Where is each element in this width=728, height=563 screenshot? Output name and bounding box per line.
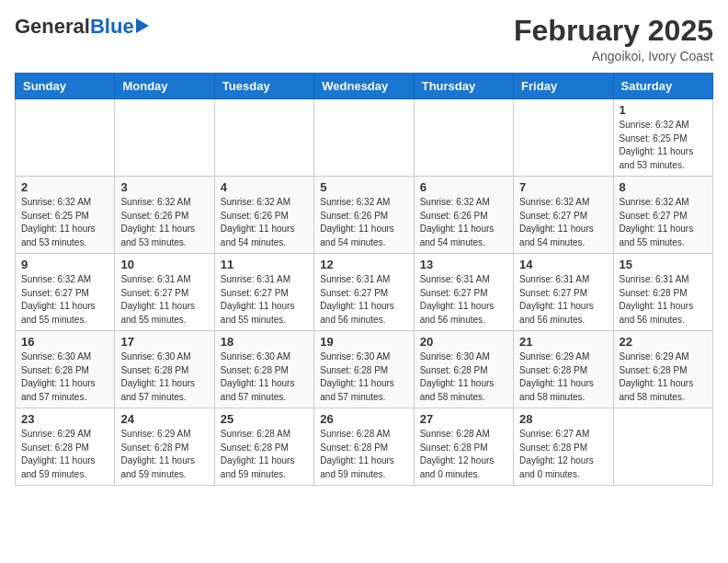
week-row-4: 23Sunrise: 6:29 AM Sunset: 6:28 PM Dayli… <box>16 408 713 486</box>
day-number: 16 <box>21 335 108 349</box>
calendar-cell <box>613 408 712 486</box>
day-number: 3 <box>120 180 208 194</box>
calendar-cell: 23Sunrise: 6:29 AM Sunset: 6:28 PM Dayli… <box>16 408 115 486</box>
calendar-cell: 26Sunrise: 6:28 AM Sunset: 6:28 PM Dayli… <box>314 408 414 486</box>
day-number: 12 <box>320 258 407 271</box>
weekday-header-thursday: Thursday <box>414 74 513 99</box>
day-info-text: Sunrise: 6:27 AM Sunset: 6:28 PM Dayligh… <box>519 428 607 481</box>
day-number: 25 <box>221 412 308 426</box>
day-info-text: Sunrise: 6:32 AM Sunset: 6:27 PM Dayligh… <box>620 196 707 249</box>
day-info-text: Sunrise: 6:31 AM Sunset: 6:27 PM Dayligh… <box>420 273 507 327</box>
calendar-cell: 2Sunrise: 6:32 AM Sunset: 6:25 PM Daylig… <box>16 177 115 254</box>
title-block: February 2025 Angoikoi, Ivory Coast <box>514 15 713 63</box>
day-number: 1 <box>620 103 707 117</box>
day-info-text: Sunrise: 6:31 AM Sunset: 6:27 PM Dayligh… <box>120 273 208 327</box>
day-info-text: Sunrise: 6:30 AM Sunset: 6:28 PM Dayligh… <box>221 350 308 404</box>
location-label: Angoikoi, Ivory Coast <box>514 49 713 63</box>
calendar-cell <box>314 99 414 177</box>
logo-arrow-icon <box>136 18 149 33</box>
logo-blue-text: Blue <box>90 15 134 39</box>
calendar-cell: 16Sunrise: 6:30 AM Sunset: 6:28 PM Dayli… <box>16 331 115 408</box>
day-info-text: Sunrise: 6:29 AM Sunset: 6:28 PM Dayligh… <box>620 350 707 404</box>
calendar-cell: 6Sunrise: 6:32 AM Sunset: 6:26 PM Daylig… <box>414 177 513 254</box>
day-number: 23 <box>21 412 108 426</box>
day-info-text: Sunrise: 6:30 AM Sunset: 6:28 PM Dayligh… <box>21 350 108 404</box>
day-info-text: Sunrise: 6:32 AM Sunset: 6:25 PM Dayligh… <box>21 196 108 249</box>
week-row-2: 9Sunrise: 6:32 AM Sunset: 6:27 PM Daylig… <box>16 254 713 331</box>
day-number: 13 <box>420 258 507 271</box>
calendar-cell <box>16 99 115 177</box>
day-number: 10 <box>120 258 208 271</box>
calendar-cell: 17Sunrise: 6:30 AM Sunset: 6:28 PM Dayli… <box>115 331 214 408</box>
day-number: 8 <box>620 180 707 194</box>
day-info-text: Sunrise: 6:32 AM Sunset: 6:26 PM Dayligh… <box>320 196 407 249</box>
calendar-cell: 25Sunrise: 6:28 AM Sunset: 6:28 PM Dayli… <box>214 408 313 486</box>
calendar-cell: 13Sunrise: 6:31 AM Sunset: 6:27 PM Dayli… <box>414 254 513 331</box>
calendar-cell: 14Sunrise: 6:31 AM Sunset: 6:27 PM Dayli… <box>514 254 613 331</box>
day-info-text: Sunrise: 6:32 AM Sunset: 6:26 PM Dayligh… <box>221 196 308 249</box>
calendar-cell: 27Sunrise: 6:28 AM Sunset: 6:28 PM Dayli… <box>414 408 513 486</box>
calendar-cell: 9Sunrise: 6:32 AM Sunset: 6:27 PM Daylig… <box>16 254 115 331</box>
day-number: 4 <box>221 180 308 194</box>
calendar-cell: 28Sunrise: 6:27 AM Sunset: 6:28 PM Dayli… <box>514 408 613 486</box>
calendar-cell: 10Sunrise: 6:31 AM Sunset: 6:27 PM Dayli… <box>115 254 214 331</box>
day-info-text: Sunrise: 6:32 AM Sunset: 6:27 PM Dayligh… <box>21 273 108 327</box>
weekday-header-sunday: Sunday <box>16 74 115 99</box>
week-row-0: 1Sunrise: 6:32 AM Sunset: 6:25 PM Daylig… <box>16 99 713 177</box>
day-info-text: Sunrise: 6:29 AM Sunset: 6:28 PM Dayligh… <box>21 428 108 481</box>
day-info-text: Sunrise: 6:32 AM Sunset: 6:26 PM Dayligh… <box>420 196 507 249</box>
week-row-3: 16Sunrise: 6:30 AM Sunset: 6:28 PM Dayli… <box>16 331 713 408</box>
calendar-cell: 20Sunrise: 6:30 AM Sunset: 6:28 PM Dayli… <box>414 331 513 408</box>
weekday-header-wednesday: Wednesday <box>314 74 414 99</box>
calendar-cell: 11Sunrise: 6:31 AM Sunset: 6:27 PM Dayli… <box>214 254 313 331</box>
day-number: 19 <box>320 335 407 349</box>
calendar-cell: 15Sunrise: 6:31 AM Sunset: 6:28 PM Dayli… <box>613 254 712 331</box>
day-number: 20 <box>420 335 507 349</box>
day-number: 28 <box>519 412 607 426</box>
calendar-cell: 3Sunrise: 6:32 AM Sunset: 6:26 PM Daylig… <box>115 177 214 254</box>
day-info-text: Sunrise: 6:28 AM Sunset: 6:28 PM Dayligh… <box>221 428 308 481</box>
logo: General Blue <box>15 15 149 39</box>
weekday-header-saturday: Saturday <box>613 74 712 99</box>
day-info-text: Sunrise: 6:30 AM Sunset: 6:28 PM Dayligh… <box>320 350 407 404</box>
calendar-cell <box>514 99 613 177</box>
day-info-text: Sunrise: 6:31 AM Sunset: 6:27 PM Dayligh… <box>519 273 607 327</box>
day-number: 9 <box>21 258 108 271</box>
day-info-text: Sunrise: 6:30 AM Sunset: 6:28 PM Dayligh… <box>420 350 507 404</box>
day-info-text: Sunrise: 6:29 AM Sunset: 6:28 PM Dayligh… <box>519 350 607 404</box>
month-title: February 2025 <box>514 15 713 47</box>
weekday-header-monday: Monday <box>115 74 214 99</box>
calendar-cell <box>414 99 513 177</box>
logo-general-text: General <box>15 15 90 39</box>
calendar-cell: 22Sunrise: 6:29 AM Sunset: 6:28 PM Dayli… <box>613 331 712 408</box>
calendar-cell <box>214 99 313 177</box>
weekday-header-friday: Friday <box>514 74 613 99</box>
calendar-cell <box>115 99 214 177</box>
day-info-text: Sunrise: 6:32 AM Sunset: 6:27 PM Dayligh… <box>519 196 607 249</box>
calendar-cell: 4Sunrise: 6:32 AM Sunset: 6:26 PM Daylig… <box>214 177 313 254</box>
calendar-cell: 12Sunrise: 6:31 AM Sunset: 6:27 PM Dayli… <box>314 254 414 331</box>
day-info-text: Sunrise: 6:31 AM Sunset: 6:27 PM Dayligh… <box>221 273 308 327</box>
calendar-cell: 7Sunrise: 6:32 AM Sunset: 6:27 PM Daylig… <box>514 177 613 254</box>
calendar-cell: 21Sunrise: 6:29 AM Sunset: 6:28 PM Dayli… <box>514 331 613 408</box>
day-number: 27 <box>420 412 507 426</box>
calendar-cell: 18Sunrise: 6:30 AM Sunset: 6:28 PM Dayli… <box>214 331 313 408</box>
day-number: 17 <box>120 335 208 349</box>
day-info-text: Sunrise: 6:32 AM Sunset: 6:26 PM Dayligh… <box>120 196 208 249</box>
day-number: 24 <box>120 412 208 426</box>
day-number: 15 <box>620 258 707 271</box>
calendar-cell: 5Sunrise: 6:32 AM Sunset: 6:26 PM Daylig… <box>314 177 414 254</box>
day-number: 7 <box>519 180 607 194</box>
calendar-cell: 24Sunrise: 6:29 AM Sunset: 6:28 PM Dayli… <box>115 408 214 486</box>
day-info-text: Sunrise: 6:31 AM Sunset: 6:27 PM Dayligh… <box>320 273 407 327</box>
day-number: 21 <box>519 335 607 349</box>
day-number: 5 <box>320 180 407 194</box>
day-number: 22 <box>620 335 707 349</box>
day-info-text: Sunrise: 6:29 AM Sunset: 6:28 PM Dayligh… <box>120 428 208 481</box>
week-row-1: 2Sunrise: 6:32 AM Sunset: 6:25 PM Daylig… <box>16 177 713 254</box>
day-info-text: Sunrise: 6:32 AM Sunset: 6:25 PM Dayligh… <box>620 119 707 172</box>
day-info-text: Sunrise: 6:28 AM Sunset: 6:28 PM Dayligh… <box>320 428 407 481</box>
calendar-cell: 1Sunrise: 6:32 AM Sunset: 6:25 PM Daylig… <box>613 99 712 177</box>
day-info-text: Sunrise: 6:28 AM Sunset: 6:28 PM Dayligh… <box>420 428 507 481</box>
calendar-cell: 8Sunrise: 6:32 AM Sunset: 6:27 PM Daylig… <box>613 177 712 254</box>
